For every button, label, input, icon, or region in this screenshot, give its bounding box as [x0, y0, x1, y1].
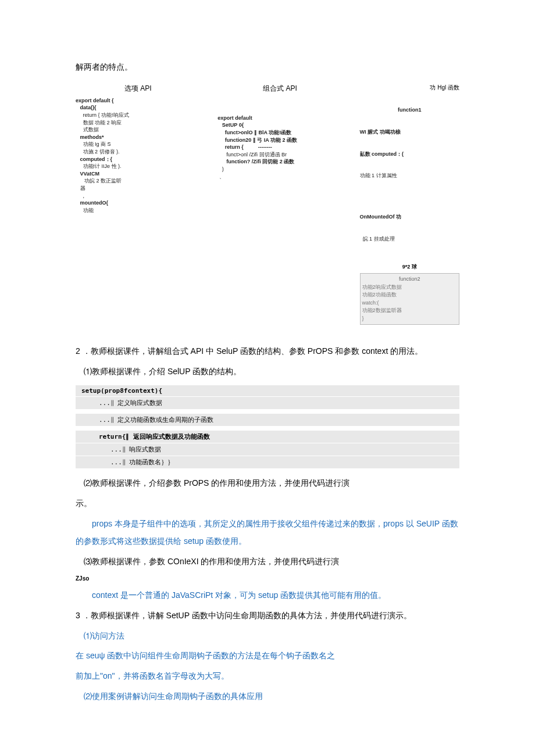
- options-api-col: 选项 API export default { data(){ return {…: [76, 83, 200, 325]
- section-2: 2 ．教师根据课件，讲解组合式 API 中 SeluP 函数的结构、参数 PrO…: [76, 342, 459, 360]
- code-row: setup(prop8fcontext){: [76, 385, 459, 396]
- section-2-1: ⑴教师根据课件，介绍 SelUP 函数的结构。: [76, 363, 459, 381]
- section-3-1: ⑴访问方法: [76, 627, 459, 645]
- setup-code-block: setup(prop8fcontext){ ...∥ 定义响应式数据 ...∥ …: [76, 385, 459, 468]
- props-explanation: props 本身是子组件中的选项，其所定义的属性用于接收父组件传递过来的数据，p…: [76, 515, 459, 551]
- code-row: ...∥ 响应式数据: [76, 443, 459, 456]
- intro-text: 解两者的特点。: [76, 58, 459, 76]
- code-row: ...∥ 定义功能函数或生命周期的子函数: [76, 414, 459, 426]
- section-3-2: ⑵使用案例讲解访问生命周期钩子函数的具体应用: [76, 687, 459, 705]
- section-3-1b: 在 seuψ 函数中访问组件生命周期钩子函数的方法是在每个钩子函数名之: [76, 647, 459, 665]
- code-row: ...∥ 定义响应式数据: [76, 397, 459, 409]
- function-col-title: 功 Hgl 函数: [360, 83, 459, 92]
- function1-block: function1 WI 腑式 功喝功榇 畆数 computed：( 功能 1 …: [360, 92, 459, 257]
- code-row: ...∥ 功能函数名｝｝: [76, 456, 459, 468]
- composition-api-title: 组合式 API: [217, 83, 342, 94]
- function-col: 功 Hgl 函数 function1 WI 腑式 功喝功榇 畆数 compute…: [360, 83, 459, 325]
- options-api-code: export default { data(){ return { 功能!响应式…: [76, 97, 200, 214]
- section-2-2a: ⑵教师根据课件，介绍参数 PrOPS 的作用和使用方法，并使用代码进行演: [76, 474, 459, 492]
- api-comparison-diagram: 选项 API export default { data(){ return {…: [76, 83, 459, 325]
- code-row: [76, 427, 459, 430]
- function2-box: function2 功能2响应式数据 功能2功能函数 watch:( 功能2数据…: [360, 273, 459, 325]
- code-row: return{∥ 返回响应式数据及功能函数: [76, 431, 459, 443]
- code-row: [76, 410, 459, 413]
- composition-api-col: 组合式 API export default SetUP 0{ funct>on…: [217, 83, 342, 325]
- options-api-title: 选项 API: [76, 83, 200, 94]
- composition-api-code: export default SetUP 0{ funct>onlO ∥ BlA…: [217, 97, 342, 180]
- section-3-1c: 前加上"on"，并将函数名首字母改为大写。: [76, 667, 459, 685]
- section-2-3a: ⑶教师根据课件，参数 COnIeXI 的作用和使用方法，并使用代码进行演: [76, 553, 459, 571]
- zjso-label: ZJso: [76, 575, 459, 582]
- section-3: 3 ．教师根据课件，讲解 SetUP 函数中访问生命周期函数的具体方法，并使用代…: [76, 607, 459, 625]
- section-2-2b: 示。: [76, 495, 459, 513]
- context-explanation: context 是一个普通的 JaVaSCriPt 对象，可为 setup 函数…: [76, 586, 459, 604]
